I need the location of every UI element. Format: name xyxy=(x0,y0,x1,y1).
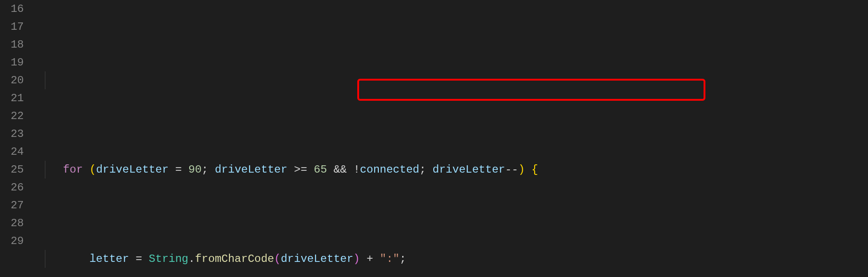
paren-close: ) xyxy=(519,163,525,176)
string-literal: ":" xyxy=(380,253,399,265)
code-line[interactable] xyxy=(37,71,868,89)
operator-and: && xyxy=(333,163,347,176)
operator-decr: -- xyxy=(505,163,519,176)
operator-eq: = xyxy=(175,163,181,176)
line-number: 27 xyxy=(0,196,24,214)
line-number: 22 xyxy=(0,107,24,125)
class-name: String xyxy=(149,253,188,265)
code-area[interactable]: for (driveLetter = 90; driveLetter >= 65… xyxy=(37,0,868,277)
line-number: 25 xyxy=(0,161,24,179)
semicolon: ; xyxy=(399,253,406,265)
line-number: 19 xyxy=(0,54,24,71)
dot: . xyxy=(188,253,195,265)
keyword-for: for xyxy=(63,163,83,176)
line-number: 18 xyxy=(0,36,24,54)
line-number: 24 xyxy=(0,143,24,161)
identifier: driveLetter xyxy=(215,163,287,176)
line-number: 29 xyxy=(0,232,24,250)
operator-gte: >= xyxy=(294,163,307,176)
code-line[interactable]: letter = String.fromCharCode(driveLetter… xyxy=(37,250,868,268)
code-line[interactable]: for (driveLetter = 90; driveLetter >= 65… xyxy=(37,161,868,179)
operator-plus: + xyxy=(366,253,373,265)
paren-close: ) xyxy=(353,253,360,265)
number-literal: 65 xyxy=(314,163,327,176)
semicolon: ; xyxy=(419,163,426,176)
brace-open: { xyxy=(531,163,538,176)
number-literal: 90 xyxy=(188,163,202,176)
operator-eq: = xyxy=(136,253,142,265)
line-number: 23 xyxy=(0,125,24,143)
identifier: driveLetter xyxy=(432,163,505,176)
line-number-gutter: 16 17 18 19 20 21 22 23 24 25 26 27 28 2… xyxy=(0,0,37,277)
code-editor[interactable]: 16 17 18 19 20 21 22 23 24 25 26 27 28 2… xyxy=(0,0,868,277)
identifier: letter xyxy=(89,253,129,265)
paren-open: ( xyxy=(89,163,96,176)
operator-not: ! xyxy=(353,163,360,176)
semicolon: ; xyxy=(202,163,208,176)
identifier: connected xyxy=(360,163,420,176)
line-number: 21 xyxy=(0,89,24,107)
line-number: 26 xyxy=(0,179,24,196)
line-number: 28 xyxy=(0,214,24,232)
line-number: 16 xyxy=(0,0,24,18)
function-name: fromCharCode xyxy=(195,253,274,265)
paren-open: ( xyxy=(274,253,281,265)
line-number: 17 xyxy=(0,18,24,36)
identifier: driveLetter xyxy=(281,253,353,265)
line-number: 20 xyxy=(0,71,24,89)
identifier: driveLetter xyxy=(96,163,169,176)
